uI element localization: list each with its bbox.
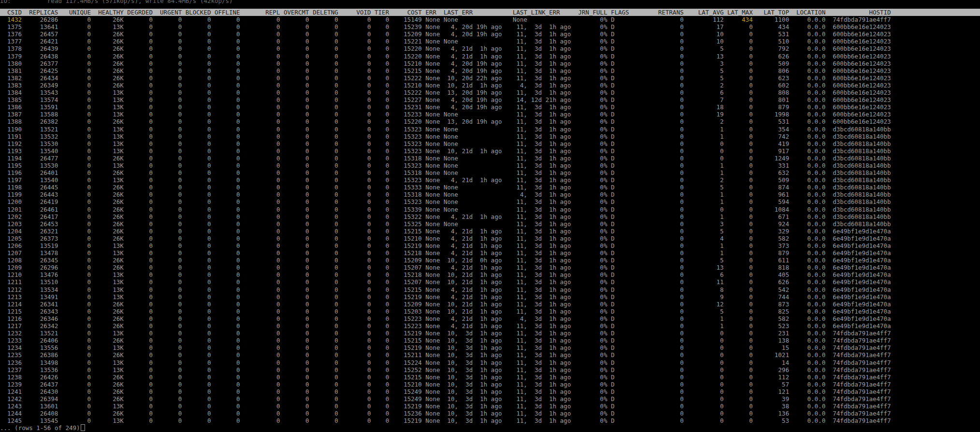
table-row[interactable]: 123213521013K00000000015219None 10, 3d 1…	[0, 330, 980, 337]
header-healthy[interactable]: HEALTHY	[91, 9, 124, 16]
table-row[interactable]: 119013521013K00000000015323NoneNone 11, …	[0, 126, 980, 133]
table-row[interactable]: 119113532013K00000000015323NoneNone 11, …	[0, 133, 980, 140]
table-row[interactable]: 120826345026K00000000015209None 10, 21d …	[0, 257, 980, 264]
cell-degrded: 0	[124, 417, 153, 424]
table-row[interactable]: 137626457026K00000000015209None 4, 20d 1…	[0, 30, 980, 38]
table-row[interactable]: 123413556013K00000000015219None 10, 3d 1…	[0, 344, 980, 351]
cell-overcmt: 0	[280, 126, 309, 133]
table-row[interactable]: 138713588013K00000000015233NoneNone 11, …	[0, 111, 980, 118]
table-row[interactable]: 123713536013K00000000015252None 10, 3d 1…	[0, 366, 980, 374]
header-replicas[interactable]: REPLICAS	[22, 9, 58, 16]
table-row[interactable]: 120026419026K00000000015323NoneNone 11, …	[0, 198, 980, 205]
table-row[interactable]: 137726421026K00000000015221NoneNone 11, …	[0, 38, 980, 45]
table-row[interactable]: 119926443026K00000000015318NoneNone 4, 3…	[0, 191, 980, 198]
cell-retrans: 0	[629, 308, 684, 315]
header-err[interactable]: ERR	[425, 9, 444, 16]
header-last_err[interactable]: LAST_ERR	[444, 9, 513, 16]
table-row[interactable]: 138826382026K00000000015220None 13, 20d …	[0, 118, 980, 125]
table-row[interactable]: 123613498013K00000000015224None 10, 3d 1…	[0, 359, 980, 366]
cell-blocked: 0	[182, 417, 211, 424]
table-row[interactable]: 120613519013K00000000015219None 4, 21d 1…	[0, 242, 980, 249]
header-cost[interactable]: COST	[389, 9, 422, 16]
table-row[interactable]: 120926296026K00000000015207None 4, 21d 1…	[0, 264, 980, 271]
header-lat_avg[interactable]: LAT_AVG	[684, 9, 724, 16]
table-row[interactable]: 120426321026K00000000015215None 4, 21d 1…	[0, 228, 980, 235]
cell-overcmt: 0	[280, 82, 309, 89]
table-row[interactable]: 123926437026K00000000015210None 10, 3d 1…	[0, 381, 980, 388]
cell-offline: 0	[211, 257, 240, 264]
header-retrans[interactable]: RETRANS	[629, 9, 684, 16]
table-row[interactable]: 119213530013K00000000015323NoneNone 11, …	[0, 140, 980, 147]
table-row[interactable]: 124313601013K00000000015219None 10, 3d 1…	[0, 403, 980, 410]
table-row[interactable]: 124126430026K00000000015249None 10, 3d 1…	[0, 388, 980, 395]
cell-err: None	[425, 417, 444, 424]
table-row[interactable]: 121313491013K00000000015219None 4, 21d 1…	[0, 293, 980, 301]
table-row[interactable]: 121113510013K00000000015207None 10, 21d …	[0, 278, 980, 286]
header-urgent[interactable]: URGENT	[153, 9, 182, 16]
table-row[interactable]: 121526343026K00000000015203None 10, 21d …	[0, 308, 980, 315]
table-row[interactable]: 137926438026K00000000015220None 4, 21d 1…	[0, 53, 980, 60]
header-flags[interactable]: FLAGS	[611, 9, 629, 16]
table-row[interactable]: 138326349026K00000000015210None 10, 21d …	[0, 82, 980, 89]
header-deletng[interactable]: DELETNG	[309, 9, 338, 16]
header-hostid[interactable]: HOSTID	[825, 9, 891, 16]
table-row[interactable]: 120526373026K00000000015210None 4, 21d 1…	[0, 235, 980, 242]
header-degrded[interactable]: DEGRDED	[124, 9, 153, 16]
table-row[interactable]: 124513545013K00000000015219None 10, 3d 1…	[0, 417, 980, 424]
table-row[interactable]: 138513574013K00000000015227None 4, 20d 1…	[0, 96, 980, 103]
table-row[interactable]: 138026377026K00000000015210None 4, 20d 1…	[0, 60, 980, 67]
table-row[interactable]: 138613591013K00000000015231None 4, 20d 1…	[0, 103, 980, 111]
header-location[interactable]: LOCATION	[789, 9, 825, 16]
cell-location: 0.0.0	[789, 278, 825, 286]
table-row[interactable]: 138126425026K00000000015215None 4, 20d 1…	[0, 67, 980, 74]
header-void[interactable]: VOID	[338, 9, 371, 16]
table-row[interactable]: 123526386026K00000000015211None 10, 3d 1…	[0, 351, 980, 359]
cell-cost: 15323	[389, 162, 422, 169]
table-row[interactable]: 121213534013K00000000015215None 4, 21d 1…	[0, 286, 980, 293]
header-overcmt[interactable]: OVERCMT	[280, 9, 309, 16]
terminal-cursor[interactable]	[81, 424, 85, 431]
cell-degrded: 0	[124, 169, 153, 176]
cell-lat_max: 0	[723, 30, 752, 38]
cell-blocked: 0	[182, 410, 211, 417]
header-lat_top[interactable]: LAT_TOP	[753, 9, 789, 16]
cell-hostid: d3bcd60818a140bb	[825, 191, 891, 198]
cell-last_link_err: 11, 3d 1h ago	[513, 264, 571, 271]
table-row[interactable]: 121626346026K00000000015223None 4, 21d 1…	[0, 315, 980, 322]
table-row[interactable]: 119713540013K00000000015323None 4, 21d 1…	[0, 176, 980, 184]
table-row[interactable]: 119513530013K00000000015323NoneNone 11, …	[0, 162, 980, 169]
table-row[interactable]: 137513641013K00000000015239None 4, 20d 1…	[0, 23, 980, 30]
header-last_link_err[interactable]: LAST_LINK_ERR	[513, 9, 571, 16]
table-row[interactable]: 120713478013K00000000015218None 4, 21d 1…	[0, 249, 980, 257]
table-row[interactable]: 138413543013K00000000015222None 13, 20d …	[0, 89, 980, 96]
table-row[interactable]: 123826426026K00000000015215None 10, 3d 1…	[0, 374, 980, 381]
table-row[interactable]: 119426477026K00000000015318NoneNone 11, …	[0, 155, 980, 162]
header-unique[interactable]: UNIQUE	[58, 9, 91, 16]
header-tier[interactable]: TIER	[371, 9, 389, 16]
table-row[interactable]: 120326453026K00000000015325NoneNone 11, …	[0, 220, 980, 228]
table-row[interactable]: 124226394026K00000000015249None 10, 3d 1…	[0, 395, 980, 403]
cell-overcmt: 0	[280, 220, 309, 228]
table-row[interactable]: 120226417026K00000000015322None 4, 21d 1…	[0, 213, 980, 220]
header-jrn_full[interactable]: JRN_FULL	[571, 9, 607, 16]
table-row[interactable]: 121013476013K00000000015218None 10, 21d …	[0, 271, 980, 278]
table-row[interactable]: 119626401026K00000000015318NoneNone 11, …	[0, 169, 980, 176]
header-lat_max[interactable]: LAT_MAX	[723, 9, 752, 16]
cell-lat_max: 0	[723, 228, 752, 235]
table-row[interactable]: 123326406026K00000000015215None 10, 3d 1…	[0, 337, 980, 344]
header-csid[interactable]: CSID	[0, 9, 22, 16]
table-row[interactable]: 119313540013K00000000015323None 10, 21d …	[0, 147, 980, 155]
table-row[interactable]: 119826445026K00000000015333NoneNone 11, …	[0, 184, 980, 191]
header-offline[interactable]: OFFLINE	[211, 9, 240, 16]
cell-err: None	[425, 366, 444, 374]
table-row[interactable]: 120126461026K00000000015339NoneNone 11, …	[0, 206, 980, 213]
table-row[interactable]: 138226434026K00000000015222None 10, 20d …	[0, 74, 980, 82]
table-row[interactable]: 137826439026K00000000015220None 4, 21d 1…	[0, 45, 980, 52]
table-row[interactable]: 143226286026K00000000015149NoneNoneNone0…	[0, 16, 980, 23]
table-row[interactable]: 121426341026K00000000015209None 10, 21d …	[0, 301, 980, 308]
table-row[interactable]: 121726342026K00000000015223None 4, 21d 1…	[0, 322, 980, 330]
header-blocked[interactable]: BLOCKED	[182, 9, 211, 16]
cell-lat_avg: 0	[684, 366, 724, 374]
header-repl[interactable]: REPL	[240, 9, 280, 16]
table-row[interactable]: 124426408026K00000000015236None 10, 3d 1…	[0, 410, 980, 417]
